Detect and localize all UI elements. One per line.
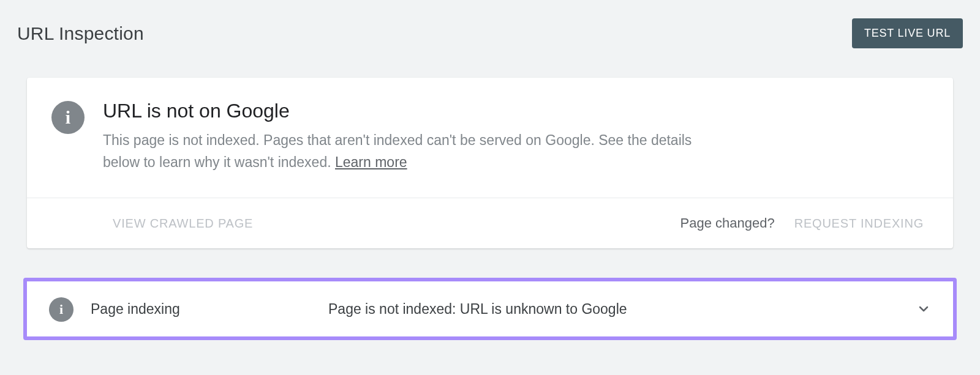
request-indexing-button[interactable]: REQUEST INDEXING: [794, 217, 924, 231]
status-card: URL is not on Google This page is not in…: [27, 78, 953, 248]
test-live-url-button[interactable]: TEST LIVE URL: [852, 18, 963, 48]
info-icon: [51, 101, 85, 134]
page-changed-label: Page changed?: [680, 215, 775, 231]
page-title: URL Inspection: [17, 23, 144, 44]
page-indexing-label: Page indexing: [91, 301, 311, 317]
chevron-down-icon: [916, 302, 931, 316]
info-icon: [49, 297, 74, 322]
page-indexing-value: Page is not indexed: URL is unknown to G…: [328, 301, 899, 317]
status-description: This page is not indexed. Pages that are…: [103, 130, 703, 173]
page-indexing-row[interactable]: Page indexing Page is not indexed: URL i…: [27, 281, 953, 336]
page-indexing-highlight: Page indexing Page is not indexed: URL i…: [23, 278, 957, 340]
view-crawled-page-button[interactable]: VIEW CRAWLED PAGE: [113, 217, 253, 231]
status-title: URL is not on Google: [103, 100, 703, 122]
learn-more-link[interactable]: Learn more: [335, 154, 407, 170]
